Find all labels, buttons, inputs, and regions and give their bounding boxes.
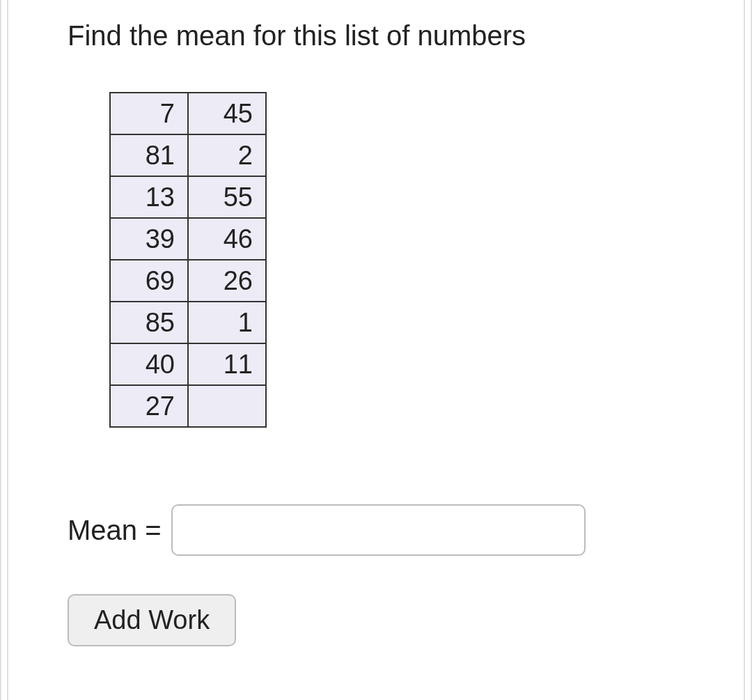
mean-input[interactable]	[171, 504, 586, 556]
table-cell: 26	[188, 260, 266, 302]
table-cell: 27	[110, 385, 188, 427]
table-cell: 46	[188, 218, 266, 260]
table-cell: 45	[188, 93, 266, 134]
answer-row: Mean =	[68, 504, 684, 556]
table-row: 13 55	[110, 176, 266, 218]
answer-label: Mean =	[68, 515, 162, 546]
table-cell: 2	[188, 134, 266, 176]
number-table: 7 45 81 2 13 55 39 46	[109, 92, 267, 428]
table-row: 40 11	[110, 343, 266, 385]
table-cell: 11	[188, 343, 266, 385]
add-work-button[interactable]: Add Work	[68, 594, 236, 646]
table-row: 27	[110, 385, 266, 427]
table-cell: 85	[110, 302, 188, 343]
table-row: 81 2	[110, 134, 266, 176]
table-cell-empty	[188, 385, 266, 427]
table-cell: 55	[188, 176, 266, 218]
table-row: 69 26	[110, 260, 266, 302]
table-row: 7 45	[110, 93, 266, 134]
table-cell: 69	[110, 260, 188, 302]
table-cell: 7	[110, 93, 188, 134]
question-prompt: Find the mean for this list of numbers	[68, 17, 684, 54]
number-table-wrap: 7 45 81 2 13 55 39 46	[109, 92, 684, 428]
table-cell: 13	[110, 176, 188, 218]
table-cell: 39	[110, 218, 188, 260]
table-cell: 40	[110, 343, 188, 385]
table-row: 85 1	[110, 302, 266, 343]
table-row: 39 46	[110, 218, 266, 260]
table-cell: 1	[188, 302, 266, 343]
table-cell: 81	[110, 134, 188, 176]
